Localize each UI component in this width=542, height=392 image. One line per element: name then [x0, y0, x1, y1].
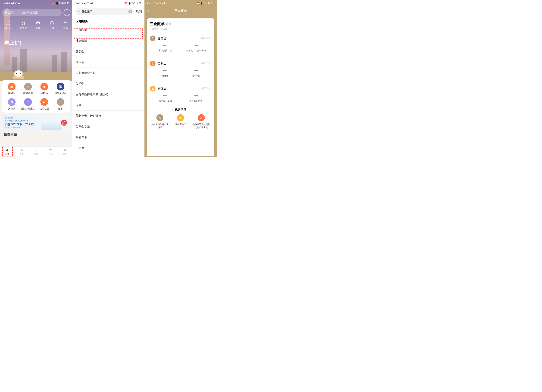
- search-result-item[interactable]: 失业保险金申领: [72, 68, 145, 78]
- banner-line1: 助力构建多层次医疗保障体系: [5, 119, 68, 122]
- recommendations-grid: ⌂实有人口信息自主填报▦我的不动产⌂提前结清贷款提取（纯公积金贷: [150, 114, 211, 129]
- recommendation-item[interactable]: ⌂实有人口信息自主填报: [151, 114, 169, 129]
- tab-发现[interactable]: ⌂发现: [29, 147, 43, 157]
- svg-line-14: [79, 12, 80, 12]
- promo-banner[interactable]: 💧 沪惠保 助力构建多层次医疗保障体系 沪惠保2022版正式上线 全心守"沪" …: [2, 115, 70, 130]
- visibility-toggle-icon[interactable]: ༗༗: [166, 22, 171, 26]
- hospital-icon: ✚: [24, 98, 32, 106]
- location-label: 上海: [8, 11, 14, 14]
- service-item[interactable]: ◉场所码: [36, 83, 53, 95]
- search-result-item[interactable]: 生育保险待遇申领（医保）: [72, 89, 145, 100]
- search-result-item[interactable]: 养老金卡（折）调整: [72, 111, 145, 121]
- service-label: 更多: [58, 107, 63, 110]
- rec-icon: ⌂: [198, 114, 205, 121]
- service-item[interactable]: ⋮⋮更多: [52, 98, 69, 110]
- search-bar[interactable]: 上海 适龄幼儿入园: [2, 9, 62, 16]
- rec-label: 我的不动产: [175, 123, 186, 126]
- service-item[interactable]: ✚医院停诊查询: [20, 98, 36, 110]
- fund-icon: [150, 36, 156, 41]
- doc-icon: ≡: [24, 83, 32, 91]
- service-item[interactable]: ▸信用就医: [36, 98, 53, 110]
- chevron-right-icon: ›: [211, 37, 211, 40]
- content-card: 三金账单 ༗༗ 一键查询，更方便 养老金 查看详情 › ****累计缴费月数 *…: [147, 18, 214, 156]
- navbar: 三金账单: [145, 6, 217, 15]
- tab-icon: ♛: [64, 148, 66, 152]
- fund-icon: [150, 61, 156, 66]
- qr-icon: ▦: [8, 83, 16, 91]
- clear-icon[interactable]: ✕: [128, 10, 132, 13]
- alarm-icon: ⏰: [196, 2, 199, 5]
- bottom-tabbar: ♟首页✎办事⌂发现✿互动♛我的: [0, 146, 72, 157]
- fund-block: 公积金 查看详情 › ****月缴额 ****账户余额: [150, 61, 211, 81]
- service-item[interactable]: ✿沪惠保: [4, 98, 20, 110]
- view-detail-link[interactable]: 查看详情 ›: [201, 87, 211, 90]
- search-result-item[interactable]: 养老金: [72, 46, 145, 57]
- svg-point-8: [37, 22, 38, 23]
- view-detail-link[interactable]: 查看详情 ›: [201, 62, 211, 65]
- banner-line3: 全心守"沪" 焕新升级: [5, 126, 68, 129]
- headset-icon: [49, 21, 54, 25]
- search-result-item[interactable]: 三金账单: [72, 25, 145, 36]
- tab-首页[interactable]: ♟首页: [0, 147, 14, 157]
- rec-label: 提前结清贷款提取（纯公积金贷: [192, 123, 211, 129]
- svg-rect-11: [50, 23, 51, 24]
- svg-rect-6: [25, 24, 25, 24]
- search-result-item[interactable]: 医保金: [72, 57, 145, 68]
- banner-cta[interactable]: 立即投保: [61, 120, 67, 126]
- tab-互动[interactable]: ✿互动: [43, 147, 58, 157]
- net-5g: 5G: [159, 2, 161, 4]
- qr-icon: [21, 21, 26, 25]
- service-item[interactable]: ▦核酸码: [4, 83, 20, 95]
- rec-icon: ⌂: [156, 114, 163, 121]
- battery-indicator: 85: [59, 2, 63, 4]
- toolbar-label: 专属: [63, 27, 68, 29]
- signal-icon: [156, 2, 158, 4]
- cancel-button[interactable]: 取消: [136, 10, 142, 14]
- search-result-item[interactable]: 公积金: [72, 78, 145, 89]
- tab-icon: ♟: [6, 148, 9, 152]
- value-label: 当年账户余额: [150, 99, 181, 102]
- tab-办事[interactable]: ✎办事: [14, 147, 29, 157]
- page-title: 三金账单: [150, 21, 165, 27]
- search-result-item[interactable]: 专属: [72, 100, 145, 111]
- toolbar-label: 扫一扫: [4, 27, 11, 29]
- toolbar-item-scan[interactable]: 扫一扫: [4, 21, 11, 29]
- tab-label: 首页: [5, 153, 9, 156]
- search-result-item[interactable]: 沪惠保: [72, 143, 145, 153]
- signal-icon-2: [18, 2, 20, 4]
- vibrate-icon: 📳: [128, 2, 131, 5]
- recommendation-item[interactable]: ⌂提前结清贷款提取（纯公积金贷: [192, 114, 211, 129]
- fund-name: 医保金: [157, 87, 201, 91]
- search-placeholder: 适龄幼儿入园: [22, 11, 38, 14]
- back-button[interactable]: [147, 9, 151, 12]
- value-label: 账户余额: [181, 74, 211, 77]
- search-input[interactable]: 三金账单 ✕: [75, 8, 134, 15]
- more-recommendations-title: 更多推荐: [150, 107, 211, 111]
- toolbar-item-qr[interactable]: 随申码: [20, 21, 27, 29]
- search-result-item[interactable]: 公积金专区: [72, 121, 145, 132]
- tab-icon: ✿: [49, 148, 52, 152]
- service-item[interactable]: ≡核酸查询: [20, 83, 36, 95]
- toolbar-item-headset[interactable]: 客服: [49, 21, 54, 29]
- toolbar-item-badge[interactable]: 亮证: [36, 21, 41, 29]
- location-icon: [5, 11, 7, 14]
- toolbar-item-crown[interactable]: 专属: [63, 21, 68, 29]
- service-item[interactable]: ⅠS核酸采样点: [52, 83, 69, 95]
- services-card: ▦核酸码≡核酸查询◉场所码ⅠS核酸采样点✿沪惠保✚医院停诊查询▸信用就医⋮⋮更多: [2, 80, 70, 113]
- search-result-item[interactable]: 我的保单: [72, 132, 145, 143]
- search-result-item[interactable]: 社会保障: [72, 36, 145, 46]
- section-featured: 精选主题: [4, 132, 19, 137]
- greeting-text: 早上好!: [4, 40, 72, 46]
- phone-icon: ▸: [40, 98, 48, 106]
- add-button[interactable]: +: [64, 9, 70, 16]
- net-5g: 5G: [87, 2, 89, 4]
- recommendation-item[interactable]: ▦我的不动产: [171, 114, 190, 129]
- toolbar-label: 客服: [49, 27, 54, 29]
- service-label: 核酸采样点: [55, 92, 66, 95]
- crown-icon: [63, 21, 68, 25]
- tab-我的[interactable]: ♛我的: [58, 147, 72, 157]
- vibrate-icon: 📳: [56, 2, 59, 5]
- tab-label: 我的: [63, 153, 67, 156]
- view-detail-link[interactable]: 查看详情 ›: [201, 37, 211, 40]
- tab-label: 办事: [20, 153, 24, 156]
